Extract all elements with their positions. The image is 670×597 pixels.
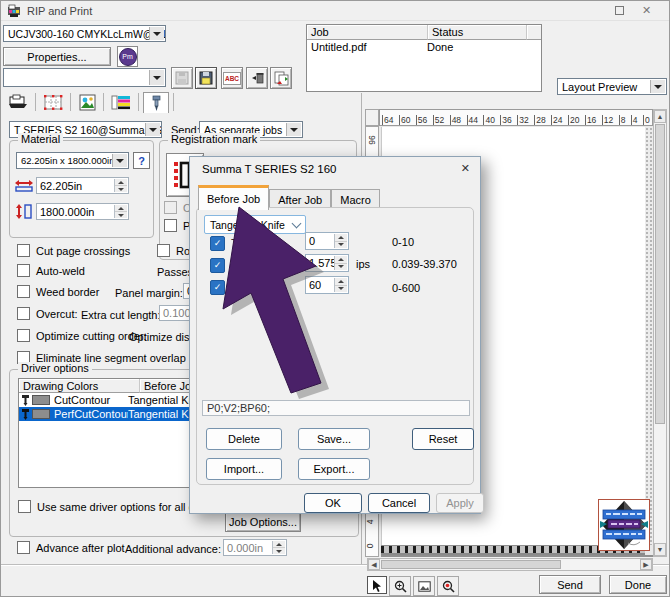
job-queue-table[interactable]: Job Status Untitled.pdf Done: [306, 24, 542, 92]
auto-weld-checkbox[interactable]: Auto-weld: [17, 264, 85, 277]
select-tool-button[interactable]: [367, 576, 387, 594]
status-column-header[interactable]: Status: [428, 25, 527, 40]
additional-advance-stepper[interactable]: [272, 541, 285, 554]
checkbox-icon[interactable]: [157, 244, 170, 257]
checkbox-checked-icon[interactable]: [210, 258, 225, 273]
zoom-selection-tool-button[interactable]: [437, 576, 459, 596]
media-help-button[interactable]: ?: [133, 152, 150, 169]
tab-cutter-active[interactable]: [143, 92, 169, 113]
media-size-select[interactable]: 62.205in x 1800.000in: [16, 152, 129, 169]
print-module-button[interactable]: Pm: [117, 46, 138, 67]
checkbox-icon[interactable]: [18, 500, 31, 513]
speed-value: 1.575: [309, 257, 337, 269]
delete-button[interactable]: Delete: [206, 428, 282, 450]
use-same-options-checkbox[interactable]: Use same driver options for all colors: [18, 500, 218, 513]
speed-stepper[interactable]: [334, 256, 347, 270]
fit-preview-tool-button[interactable]: [413, 576, 435, 596]
maximize-icon[interactable]: [615, 6, 624, 15]
checkbox-checked-icon[interactable]: [210, 236, 225, 251]
checkbox-icon[interactable]: [17, 541, 30, 554]
job-preview-stamp[interactable]: [598, 499, 650, 551]
job-column-header[interactable]: Job: [307, 25, 428, 40]
zoom-in-tool-button[interactable]: [389, 576, 411, 596]
horizontal-scroll-thumb[interactable]: [381, 560, 561, 569]
apply-button[interactable]: Apply: [436, 493, 484, 513]
optimize-order-checkbox[interactable]: Optimize cutting order:: [17, 329, 147, 342]
chevron-down-icon[interactable]: [149, 27, 164, 40]
job-options-label: Job Options...: [229, 516, 297, 528]
checkbox-icon[interactable]: [164, 219, 177, 232]
rotate-checkbox[interactable]: Rota: [157, 244, 191, 257]
chevron-down-icon[interactable]: [650, 80, 665, 93]
dialog-title-bar[interactable]: Summa T SERIES S2 160 ✕: [190, 157, 480, 181]
cut-page-crossings-checkbox[interactable]: Cut page crossings: [17, 244, 130, 257]
trash-icon: [250, 71, 264, 85]
tab-before-job[interactable]: Before Job: [198, 185, 269, 210]
chevron-down-icon[interactable]: [149, 70, 164, 85]
close-icon[interactable]: ✕: [642, 4, 651, 17]
send-button[interactable]: Send: [539, 575, 601, 594]
tab-image[interactable]: [75, 92, 99, 112]
scroll-up-icon[interactable]: ▲: [654, 110, 666, 123]
overcut-checkbox[interactable]: Overcut:: [17, 307, 78, 320]
chevron-down-icon[interactable]: [112, 154, 127, 167]
properties-button[interactable]: Properties...: [3, 47, 111, 66]
checkbox-icon[interactable]: [164, 201, 177, 214]
checkbox-icon[interactable]: [17, 307, 30, 320]
dialog-close-icon[interactable]: ✕: [461, 162, 470, 175]
vertical-scrollbar[interactable]: ▲ ▼: [653, 109, 667, 557]
checkbox-icon[interactable]: [17, 244, 30, 257]
duplicate-button[interactable]: [270, 67, 292, 89]
export-button[interactable]: Export...: [298, 458, 370, 480]
save-preset-button[interactable]: Save...: [298, 428, 370, 450]
media-width-stepper[interactable]: [114, 179, 127, 192]
checkbox-icon[interactable]: [17, 264, 30, 277]
chevron-down-icon[interactable]: [145, 123, 160, 136]
pressure-param-checkbox[interactable]: Pressure: [210, 278, 275, 296]
registration-group-title: Registration mark: [168, 133, 260, 145]
media-width-field[interactable]: 62.205in: [36, 177, 129, 194]
tool-value-field[interactable]: 0: [305, 232, 349, 250]
command-string-field[interactable]: P0;V2;BP60;: [202, 400, 470, 416]
job-options-button[interactable]: Job Options...: [225, 512, 301, 532]
checkbox-checked-icon[interactable]: [210, 280, 225, 295]
save-button[interactable]: [195, 67, 217, 89]
tab-panels[interactable]: [40, 92, 66, 112]
done-button[interactable]: Done: [609, 575, 667, 594]
cancel-button[interactable]: Cancel: [368, 493, 430, 513]
ok-button[interactable]: OK: [304, 493, 362, 513]
horizontal-scrollbar[interactable]: ◀ ▶: [367, 558, 653, 571]
drawing-colors-header[interactable]: Drawing Colors: [19, 379, 140, 393]
pressure-stepper[interactable]: [334, 278, 347, 292]
scroll-left-icon[interactable]: ◀: [368, 559, 380, 570]
view-mode-select[interactable]: Layout Preview: [557, 78, 667, 95]
tool-stepper[interactable]: [334, 234, 347, 248]
preset-select[interactable]: [3, 68, 166, 87]
pressure-value: 60: [309, 279, 321, 291]
tab-plot[interactable]: [5, 92, 31, 112]
vertical-scroll-thumb[interactable]: [655, 124, 665, 424]
save-disabled-button[interactable]: [171, 67, 193, 89]
advance-after-plot-checkbox[interactable]: Advance after plot: [17, 541, 125, 554]
job-row[interactable]: Untitled.pdf Done: [307, 40, 541, 54]
scroll-right-icon[interactable]: ▶: [640, 559, 652, 570]
checkbox-icon[interactable]: [17, 329, 30, 342]
import-button[interactable]: Import...: [206, 458, 282, 480]
checkbox-icon[interactable]: [17, 285, 30, 298]
scroll-down-icon[interactable]: ▼: [654, 543, 666, 556]
media-height-stepper[interactable]: [114, 205, 127, 218]
tool-param-checkbox[interactable]: Tool: [210, 234, 251, 252]
weed-border-checkbox[interactable]: Weed border: [17, 285, 99, 298]
pressure-value-field[interactable]: 60: [305, 276, 349, 294]
rename-button[interactable]: ABC: [221, 67, 243, 89]
tab-color-bars[interactable]: [108, 92, 134, 112]
printer-select[interactable]: UCJV300-160 CMYKLcLmW@FILE:: [3, 25, 166, 42]
additional-advance-field[interactable]: 0.000in: [223, 539, 287, 556]
media-height-field[interactable]: 1800.000in: [36, 203, 129, 220]
delete-preset-button[interactable]: [246, 67, 268, 89]
speed-value-field[interactable]: 1.575: [305, 254, 349, 272]
reset-button[interactable]: Reset: [412, 428, 474, 450]
tool-type-select[interactable]: Tangential Knife: [204, 215, 306, 234]
chevron-down-icon[interactable]: [286, 123, 301, 136]
speed-param-checkbox[interactable]: Speed: [210, 256, 263, 274]
